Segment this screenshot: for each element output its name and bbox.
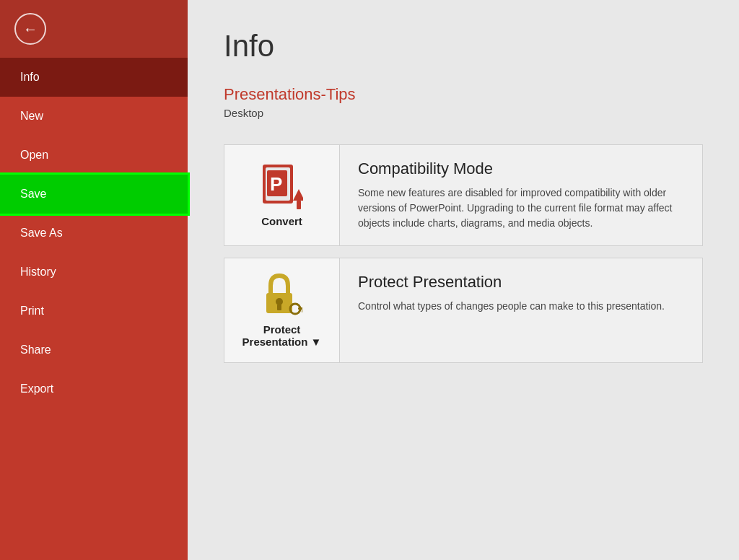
sidebar: ← Info New Open Save Save As History Pri… xyxy=(0,0,188,560)
protect-title: Protect Presentation xyxy=(358,273,684,292)
protect-description: Control what types of changes people can… xyxy=(358,299,684,314)
sidebar-item-info[interactable]: Info xyxy=(0,58,188,97)
protect-card[interactable]: Protect Presentation ▼ Protect Presentat… xyxy=(224,258,703,363)
sidebar-item-history[interactable]: History xyxy=(0,253,188,292)
convert-icon: P xyxy=(261,163,303,209)
file-info: Presentations-Tips Desktop xyxy=(224,85,703,119)
sidebar-item-export[interactable]: Export xyxy=(0,369,188,408)
back-button-area: ← xyxy=(0,0,188,58)
protect-icon-area: Protect Presentation ▼ xyxy=(224,258,340,362)
convert-content: Compatibility Mode Some new features are… xyxy=(340,145,702,245)
convert-icon-area: P Convert xyxy=(224,145,340,245)
svg-rect-8 xyxy=(277,305,281,310)
back-button[interactable]: ← xyxy=(14,13,46,45)
file-name: Presentations-Tips xyxy=(224,85,703,104)
sidebar-item-new[interactable]: New xyxy=(0,97,188,136)
sidebar-item-save[interactable]: Save xyxy=(0,175,188,214)
svg-rect-10 xyxy=(298,307,302,310)
protect-content: Protect Presentation Control what types … xyxy=(340,258,702,362)
convert-label: Convert xyxy=(261,215,302,227)
sidebar-item-share[interactable]: Share xyxy=(0,331,188,369)
sidebar-item-save-as[interactable]: Save As xyxy=(0,214,188,253)
svg-marker-4 xyxy=(293,189,303,201)
svg-rect-5 xyxy=(297,201,301,209)
svg-text:P: P xyxy=(270,173,282,195)
main-content: Info Presentations-Tips Desktop P xyxy=(188,0,739,560)
convert-title: Compatibility Mode xyxy=(358,159,684,178)
file-location: Desktop xyxy=(224,107,703,119)
svg-rect-12 xyxy=(302,310,302,312)
convert-description: Some new features are disabled for impro… xyxy=(358,185,684,231)
page-title: Info xyxy=(224,29,703,64)
svg-point-7 xyxy=(276,298,283,305)
convert-card[interactable]: P Convert Compatibility Mode Some new fe… xyxy=(224,144,703,246)
sidebar-nav: Info New Open Save Save As History Print… xyxy=(0,58,188,560)
back-arrow-icon: ← xyxy=(23,22,38,36)
protect-icon xyxy=(262,273,302,318)
sidebar-item-print[interactable]: Print xyxy=(0,292,188,331)
protect-label: Protect Presentation ▼ xyxy=(242,323,322,348)
sidebar-item-open[interactable]: Open xyxy=(0,136,188,175)
